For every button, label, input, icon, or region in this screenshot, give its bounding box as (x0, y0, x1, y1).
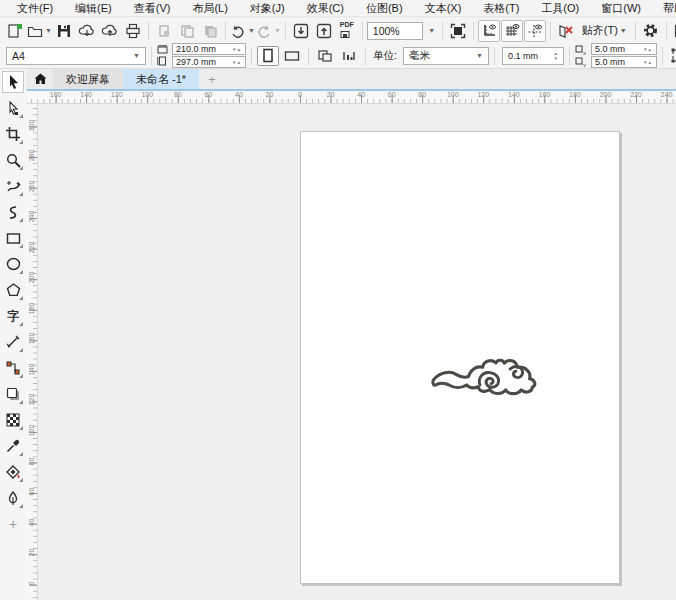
tool-polygon[interactable] (2, 279, 24, 301)
nudge-spinner[interactable]: ▲▼ (553, 51, 557, 61)
treat-as-filled-button[interactable] (668, 46, 676, 66)
shape-tool-icon (6, 101, 20, 116)
tool-shape[interactable] (2, 97, 24, 119)
menu-tools[interactable]: 工具(O) (530, 0, 590, 17)
print-icon (125, 23, 141, 39)
welcome-home-button[interactable] (27, 69, 53, 89)
import-button[interactable] (290, 20, 312, 42)
menu-view[interactable]: 查看(V) (123, 0, 182, 17)
page-width-spinner[interactable]: ▾▴ (233, 46, 242, 52)
menu-layout[interactable]: 布局(L) (181, 0, 238, 17)
zoom-level-dropdown[interactable]: ▼ (424, 20, 438, 42)
duplicate-x-spinner[interactable]: ▾▴ (644, 46, 653, 52)
horizontal-ruler[interactable]: 1601401201008060402002040608010012014016… (26, 91, 676, 104)
snap-off-button[interactable] (555, 20, 577, 42)
tool-ellipse[interactable] (2, 253, 24, 275)
current-page-button[interactable] (338, 46, 360, 66)
tab-welcome-screen[interactable]: 欢迎屏幕 (53, 69, 123, 89)
save-to-cloud-button[interactable] (76, 20, 98, 42)
units-combo[interactable]: 毫米▼ (403, 47, 489, 65)
options-button[interactable] (640, 20, 662, 42)
duplicate-x-value: 5.0 mm (595, 44, 625, 54)
toolbox: 字 + (0, 69, 26, 600)
units-dropdown-arrow[interactable]: ▼ (476, 52, 483, 59)
cloud-down-icon (78, 23, 96, 39)
page-height-icon (157, 56, 168, 66)
tool-drop-shadow[interactable] (2, 383, 24, 405)
open-dropdown-arrow[interactable]: ▼ (45, 27, 52, 34)
new-document-icon (7, 23, 23, 39)
menu-effects[interactable]: 效果(C) (296, 0, 355, 17)
drawing-canvas[interactable] (38, 104, 676, 600)
show-rulers-button[interactable] (478, 20, 500, 42)
tool-text[interactable]: 字 (2, 305, 24, 327)
svg-text:y: y (583, 62, 586, 67)
tool-transparency[interactable] (2, 409, 24, 431)
tool-color-eyedropper[interactable] (2, 435, 24, 457)
vertical-ruler[interactable]: 3002802602402202001801601401201008060402… (26, 104, 38, 600)
full-screen-preview-icon (450, 23, 466, 39)
landscape-button[interactable] (281, 46, 303, 66)
toolbar-separator (225, 22, 226, 40)
all-pages-button[interactable] (314, 46, 336, 66)
page-width-icon (157, 45, 168, 54)
tool-freehand[interactable] (2, 175, 24, 197)
dockers-button[interactable] (671, 20, 676, 42)
all-pages-icon (317, 49, 333, 63)
page-size-dropdown-arrow[interactable]: ▼ (133, 52, 140, 59)
page-size-combo[interactable]: A4▼ (6, 47, 146, 65)
tool-rectangle[interactable] (2, 227, 24, 249)
page-height-field[interactable]: 297.0 mm▾▴ (172, 56, 246, 68)
share-pdf-button[interactable]: PDF (336, 20, 358, 42)
current-page-icon (342, 49, 356, 63)
propbar-separator (151, 47, 152, 65)
tool-outline-pen[interactable] (2, 487, 24, 509)
nudge-distance-field[interactable]: 0.1 mm▲▼ (502, 47, 564, 65)
guidelines-icon (527, 23, 543, 39)
open-from-cloud-button[interactable] (99, 20, 121, 42)
undo-button[interactable]: ▼ (230, 20, 255, 42)
snap-to-dropdown-arrow[interactable]: ▼ (620, 27, 627, 34)
tool-artistic-media[interactable] (2, 201, 24, 223)
tool-interactive-fill[interactable] (2, 461, 24, 483)
dimension-tool-icon (6, 335, 20, 349)
new-document-tab-button[interactable]: + (199, 69, 225, 89)
zoom-level-combo[interactable]: 100% (367, 22, 423, 40)
page-size-value: A4 (12, 50, 25, 62)
open-button[interactable]: ▼ (27, 20, 52, 42)
portrait-button[interactable] (257, 46, 279, 66)
menu-file[interactable]: 文件(F) (6, 0, 64, 17)
tool-parallel-dimension[interactable] (2, 331, 24, 353)
menu-table[interactable]: 表格(T) (472, 0, 530, 17)
duplicate-x-field[interactable]: 5.0 mm▾▴ (591, 43, 657, 55)
menu-text[interactable]: 文本(X) (414, 0, 473, 17)
tool-zoom[interactable] (2, 149, 24, 171)
menu-help[interactable]: 帮助(H) (652, 0, 676, 17)
toolbar-separator (666, 22, 667, 40)
menu-edit[interactable]: 编辑(E) (64, 0, 123, 17)
toolbar-separator (550, 22, 551, 40)
menu-bitmaps[interactable]: 位图(B) (355, 0, 414, 17)
tool-add[interactable]: + (2, 513, 24, 535)
save-button[interactable] (53, 20, 75, 42)
snap-to-button[interactable]: 贴齐(T)▼ (578, 20, 631, 42)
new-document-button[interactable] (4, 20, 26, 42)
tool-connector[interactable] (2, 357, 24, 379)
print-button[interactable] (122, 20, 144, 42)
page-width-field[interactable]: 210.0 mm▾▴ (172, 43, 246, 55)
menu-window[interactable]: 窗口(W) (590, 0, 652, 17)
full-screen-preview-button[interactable] (447, 20, 469, 42)
cut-button (153, 20, 175, 42)
tool-crop[interactable] (2, 123, 24, 145)
page-height-spinner[interactable]: ▾▴ (233, 59, 242, 65)
undo-dropdown-arrow[interactable]: ▼ (248, 27, 255, 34)
duplicate-y-field[interactable]: 5.0 mm▾▴ (591, 56, 657, 68)
tool-pick[interactable] (2, 71, 24, 93)
menu-object[interactable]: 对象(J) (239, 0, 296, 17)
show-guidelines-button[interactable] (524, 20, 546, 42)
show-grid-button[interactable] (501, 20, 523, 42)
auspicious-cloud-artwork[interactable] (412, 346, 548, 408)
duplicate-y-spinner[interactable]: ▾▴ (644, 59, 653, 65)
export-button[interactable] (313, 20, 335, 42)
tab-untitled-document[interactable]: 未命名 -1* (123, 69, 199, 89)
